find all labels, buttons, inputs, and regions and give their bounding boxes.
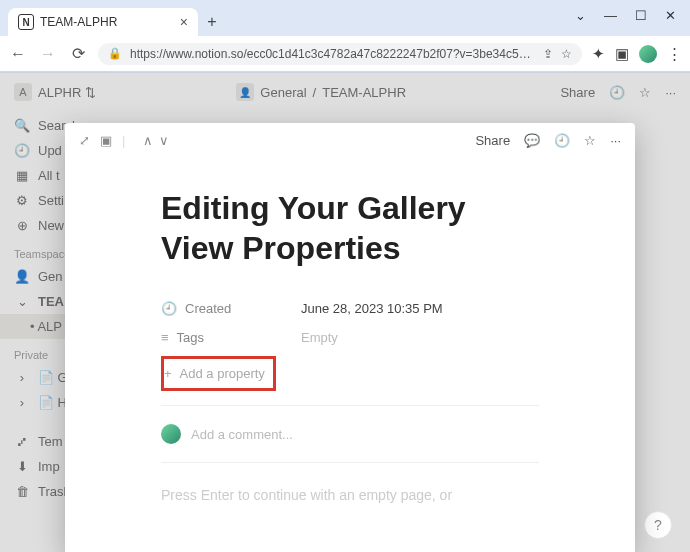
sidebar-item-label: All t: [38, 168, 60, 183]
search-icon: 🔍: [14, 118, 30, 133]
browser-menu-icon[interactable]: ⋮: [667, 45, 682, 63]
property-value-tags[interactable]: Empty: [301, 330, 338, 345]
extensions-icon[interactable]: ✦: [592, 45, 605, 63]
url-input[interactable]: 🔒 https://www.notion.so/ecc0c1d41c3c4782…: [98, 43, 582, 65]
extension-plugin-icon[interactable]: ▣: [615, 45, 629, 63]
sidebar-item-label: Setti: [38, 193, 64, 208]
tab-close-icon[interactable]: ×: [180, 14, 188, 30]
comments-icon[interactable]: 💬: [524, 133, 540, 148]
grid-icon: ▦: [14, 168, 30, 183]
new-tab-button[interactable]: +: [198, 8, 226, 36]
modal-more-icon[interactable]: ···: [610, 133, 621, 148]
divider: [161, 462, 539, 463]
plus-icon: +: [164, 366, 172, 381]
url-text: https://www.notion.so/ecc0c1d41c3c4782a4…: [130, 47, 535, 61]
people-icon: 👤: [14, 269, 30, 284]
updates-icon[interactable]: 🕘: [609, 85, 625, 100]
breadcrumb: 👤 General / TEAM-ALPHR: [236, 83, 406, 101]
modal-toolbar: ⤢ ▣ | ∧ ∨ Share 💬 🕘 ☆ ···: [65, 123, 635, 158]
share-button[interactable]: Share: [560, 85, 595, 100]
notion-topbar: A ALPHR ⇅ 👤 General / TEAM-ALPHR Share 🕘…: [0, 73, 690, 111]
expand-icon[interactable]: ⤢: [79, 133, 90, 148]
lock-icon: 🔒: [108, 47, 122, 60]
add-property-label: Add a property: [180, 366, 265, 381]
window-maximize-icon[interactable]: ☐: [635, 8, 647, 23]
chevron-right-icon: ›: [14, 395, 30, 410]
page-more-icon[interactable]: ···: [665, 85, 676, 100]
sidebar-item-label: Trasl: [38, 484, 66, 499]
page-modal: ⤢ ▣ | ∧ ∨ Share 💬 🕘 ☆ ··· Editing Your G…: [65, 123, 635, 552]
back-button[interactable]: ←: [8, 45, 28, 63]
tab-title: TEAM-ALPHR: [40, 15, 174, 29]
sidebar-item-label: Upd: [38, 143, 62, 158]
import-icon: ⬇: [14, 459, 30, 474]
chevron-down-icon: ⌄: [14, 294, 30, 309]
workspace-icon: A: [14, 83, 32, 101]
sidebar-item-label: TEA: [38, 294, 64, 309]
list-icon: ≡: [161, 330, 169, 345]
next-page-icon[interactable]: ∨: [159, 133, 169, 148]
add-property-highlight: + Add a property: [161, 356, 276, 391]
profile-avatar-icon[interactable]: [639, 45, 657, 63]
browser-tab[interactable]: N TEAM-ALPHR ×: [8, 8, 198, 36]
modal-share-button[interactable]: Share: [475, 133, 510, 148]
window-close-icon[interactable]: ✕: [665, 8, 676, 23]
breadcrumb-parent-icon: 👤: [236, 83, 254, 101]
gear-icon: ⚙: [14, 193, 30, 208]
empty-page-hint: Press Enter to continue with an empty pa…: [161, 487, 539, 503]
property-row-created[interactable]: 🕘 Created June 28, 2023 10:35 PM: [161, 294, 539, 323]
divider: [161, 405, 539, 406]
add-property-button[interactable]: + Add a property: [156, 359, 273, 388]
property-value-created[interactable]: June 28, 2023 10:35 PM: [301, 301, 443, 316]
property-label: Tags: [177, 330, 204, 345]
updates-icon[interactable]: 🕘: [554, 133, 570, 148]
property-label: Created: [185, 301, 231, 316]
address-bar: ← → ⟳ 🔒 https://www.notion.so/ecc0c1d41c…: [0, 36, 690, 72]
comment-input-row[interactable]: Add a comment...: [161, 420, 539, 448]
sidebar-item-label: • ALP: [30, 319, 62, 334]
sidebar-item-label: New: [38, 218, 64, 233]
peek-mode-icon[interactable]: ▣: [100, 133, 112, 148]
user-avatar-icon: [161, 424, 181, 444]
trash-icon: 🗑: [14, 484, 30, 499]
window-controls: ⌄ — ☐ ✕: [565, 4, 686, 27]
sidebar-item-label: Imp: [38, 459, 60, 474]
workspace-switcher-icon[interactable]: ⇅: [85, 85, 96, 100]
window-chevron-icon[interactable]: ⌄: [575, 8, 586, 23]
modal-body: Editing Your Gallery View Properties 🕘 C…: [65, 158, 635, 503]
page-title[interactable]: Editing Your Gallery View Properties: [161, 188, 539, 268]
clock-icon: 🕘: [161, 301, 177, 316]
breadcrumb-separator: /: [313, 85, 317, 100]
reload-button[interactable]: ⟳: [68, 44, 88, 63]
prev-page-icon[interactable]: ∧: [143, 133, 153, 148]
favorite-icon[interactable]: ☆: [639, 85, 651, 100]
chevron-right-icon: ›: [14, 370, 30, 385]
workspace-name[interactable]: ALPHR: [38, 85, 81, 100]
breadcrumb-parent[interactable]: General: [260, 85, 306, 100]
share-url-icon[interactable]: ⇪: [543, 47, 553, 61]
sidebar-item-label: Tem: [38, 434, 63, 449]
help-button[interactable]: ?: [644, 511, 672, 539]
favorite-icon[interactable]: ☆: [584, 133, 596, 148]
breadcrumb-current[interactable]: TEAM-ALPHR: [322, 85, 406, 100]
sidebar-item-label: Gen: [38, 269, 63, 284]
window-minimize-icon[interactable]: —: [604, 8, 617, 23]
plus-circle-icon: ⊕: [14, 218, 30, 233]
extension-icons: ✦ ▣ ⋮: [592, 45, 682, 63]
clock-icon: 🕘: [14, 143, 30, 158]
property-row-tags[interactable]: ≡ Tags Empty: [161, 323, 539, 352]
bookmark-url-icon[interactable]: ☆: [561, 47, 572, 61]
forward-button[interactable]: →: [38, 45, 58, 63]
notion-favicon-icon: N: [18, 14, 34, 30]
notion-app: A ALPHR ⇅ 👤 General / TEAM-ALPHR Share 🕘…: [0, 73, 690, 552]
templates-icon: ⑇: [14, 434, 30, 449]
comment-placeholder: Add a comment...: [191, 427, 293, 442]
